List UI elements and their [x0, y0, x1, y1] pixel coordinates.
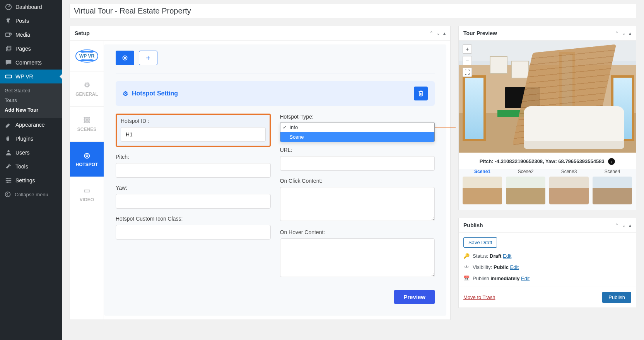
move-down-icon[interactable]: ⌄ — [622, 223, 626, 228]
sidebar-label: Comments — [15, 60, 42, 66]
collapse-menu[interactable]: Collapse menu — [0, 187, 62, 201]
edit-publish-link[interactable]: Edit — [521, 275, 530, 281]
plugin-icon — [5, 135, 12, 143]
dropdown-option-scene[interactable]: Scene — [280, 132, 435, 142]
hotspot-item-1[interactable] — [116, 51, 134, 65]
sidebar-item-appearance[interactable]: Appearance — [0, 118, 62, 132]
sidebar-item-comments[interactable]: Comments — [0, 56, 62, 70]
onclick-textarea[interactable] — [280, 187, 435, 221]
tab-video[interactable]: ▭ VIDEO — [70, 177, 104, 212]
zoom-out-button[interactable]: − — [463, 56, 472, 65]
submenu-add-new[interactable]: Add New Tour — [0, 105, 62, 115]
dot-circle-icon — [122, 55, 128, 61]
edit-visibility-link[interactable]: Edit — [510, 264, 519, 270]
hotspot-type-label: Hotspot-Type: — [280, 114, 435, 120]
dashboard-icon — [5, 3, 12, 11]
hotspot-id-label: Hotspot ID : — [121, 118, 266, 124]
sidebar-item-media[interactable]: Media — [0, 28, 62, 42]
sidebar-item-plugins[interactable]: Plugins — [0, 132, 62, 146]
publish-time-value: immediately — [490, 275, 519, 281]
move-to-trash-link[interactable]: Move to Trash — [463, 294, 495, 300]
hotspot-type-dropdown[interactable]: Info Scene — [280, 122, 435, 142]
edit-status-link[interactable]: Edit — [503, 253, 511, 259]
save-draft-button[interactable]: Save Draft — [463, 237, 497, 248]
plus-icon — [145, 55, 151, 61]
sidebar-item-posts[interactable]: Posts — [0, 14, 62, 28]
setup-tabs: WP VR ⚙ GENERAL 🖼 SCENES — [70, 41, 104, 320]
image-icon: 🖼 — [84, 116, 91, 124]
delete-hotspot-button[interactable] — [414, 87, 428, 100]
toggle-panel-icon[interactable]: ▴ — [629, 31, 631, 36]
scene-thumb-1[interactable]: Scene1 — [463, 169, 502, 204]
tab-general[interactable]: ⚙ GENERAL — [70, 71, 104, 107]
move-up-icon[interactable]: ⌃ — [615, 223, 619, 228]
yaw-input[interactable] — [116, 194, 271, 209]
hotspot-setting-label: Hotspot Setting — [132, 90, 178, 97]
tour-title-input[interactable] — [70, 4, 636, 18]
move-down-icon[interactable]: ⌄ — [622, 31, 626, 36]
scene-thumb-2[interactable]: Scene2 — [506, 169, 545, 204]
tab-hotspot[interactable]: ◎ HOTSPOT — [70, 142, 104, 177]
svg-rect-4 — [7, 46, 11, 50]
panorama-viewer[interactable]: + − ⛶ — [459, 41, 636, 153]
trash-icon — [418, 90, 424, 97]
dropdown-option-info[interactable]: Info — [280, 122, 435, 132]
sidebar-label: WP VR — [15, 73, 33, 80]
sidebar-item-users[interactable]: Users — [0, 146, 62, 160]
sidebar-item-tools[interactable]: Tools — [0, 160, 62, 173]
preview-button[interactable]: Preview — [394, 290, 435, 304]
scene-thumbnails: Scene1 Scene2 Scene3 Scene4 — [459, 169, 636, 210]
setup-head: Setup ⌃ ⌄ ▴ — [70, 26, 450, 41]
publish-button[interactable]: Publish — [602, 292, 631, 303]
yaw-value: 68.79656393554583 — [558, 158, 604, 164]
sidebar-item-pages[interactable]: Pages — [0, 42, 62, 56]
add-hotspot-button[interactable] — [139, 51, 157, 65]
coordinates-readout: Pitch: -4.310832190652308, Yaw: 68.79656… — [459, 153, 636, 169]
svg-rect-3 — [6, 47, 10, 51]
tab-scenes[interactable]: 🖼 SCENES — [70, 107, 104, 142]
sidebar-item-dashboard[interactable]: Dashboard — [0, 0, 62, 14]
setup-metabox: Setup ⌃ ⌄ ▴ WP VR — [70, 26, 451, 320]
tour-preview-metabox: Tour Preview ⌃ ⌄ ▴ — [458, 26, 636, 210]
sidebar-label: Appearance — [15, 122, 45, 128]
sidebar-label: Dashboard — [15, 4, 42, 10]
tab-label: GENERAL — [75, 92, 98, 97]
setup-panel: ⚙ Hotspot Setting — [104, 44, 446, 316]
tour-preview-title: Tour Preview — [463, 30, 497, 36]
onhover-textarea[interactable] — [280, 238, 435, 277]
publish-metabox: Publish ⌃ ⌄ ▴ Save Draft 🔑 Status: Draft… — [458, 218, 636, 308]
icon-class-input[interactable] — [116, 225, 271, 240]
key-icon: 🔑 — [463, 253, 470, 259]
pin-icon — [5, 17, 12, 25]
pitch-value: -4.310832190652308 — [495, 158, 543, 164]
zoom-in-button[interactable]: + — [463, 44, 472, 54]
move-up-icon[interactable]: ⌃ — [429, 31, 433, 36]
sidebar-label: Plugins — [15, 136, 33, 142]
move-up-icon[interactable]: ⌃ — [615, 31, 619, 36]
gear-icon: ⚙ — [123, 90, 128, 97]
url-input[interactable] — [280, 156, 435, 171]
eye-icon: 👁 — [463, 264, 470, 270]
sidebar-item-wpvr[interactable]: WP VR — [0, 70, 62, 83]
hotspot-id-input[interactable] — [121, 127, 266, 142]
toggle-panel-icon[interactable]: ▴ — [443, 31, 446, 36]
download-icon[interactable]: ↓ — [608, 158, 615, 165]
svg-point-15 — [124, 57, 125, 58]
scene-thumb-4[interactable]: Scene4 — [593, 169, 632, 204]
move-down-icon[interactable]: ⌄ — [436, 31, 440, 36]
scene-thumb-3[interactable]: Scene3 — [549, 169, 589, 204]
submenu-tours[interactable]: Tours — [0, 95, 62, 105]
annotation-arrow — [432, 128, 456, 128]
onclick-label: On Click Content: — [280, 178, 435, 184]
appearance-icon — [5, 121, 12, 129]
target-icon: ◎ — [84, 151, 90, 160]
comment-icon — [5, 59, 12, 66]
toggle-panel-icon[interactable]: ▴ — [629, 223, 631, 228]
svg-rect-5 — [5, 75, 12, 78]
pitch-input[interactable] — [116, 163, 271, 178]
video-icon: ▭ — [84, 186, 90, 195]
admin-sidebar: Dashboard Posts Media Pages Comments WP … — [0, 0, 62, 340]
submenu-get-started[interactable]: Get Started — [0, 86, 62, 95]
sidebar-item-settings[interactable]: Settings — [0, 173, 62, 187]
fullscreen-button[interactable]: ⛶ — [463, 68, 472, 77]
